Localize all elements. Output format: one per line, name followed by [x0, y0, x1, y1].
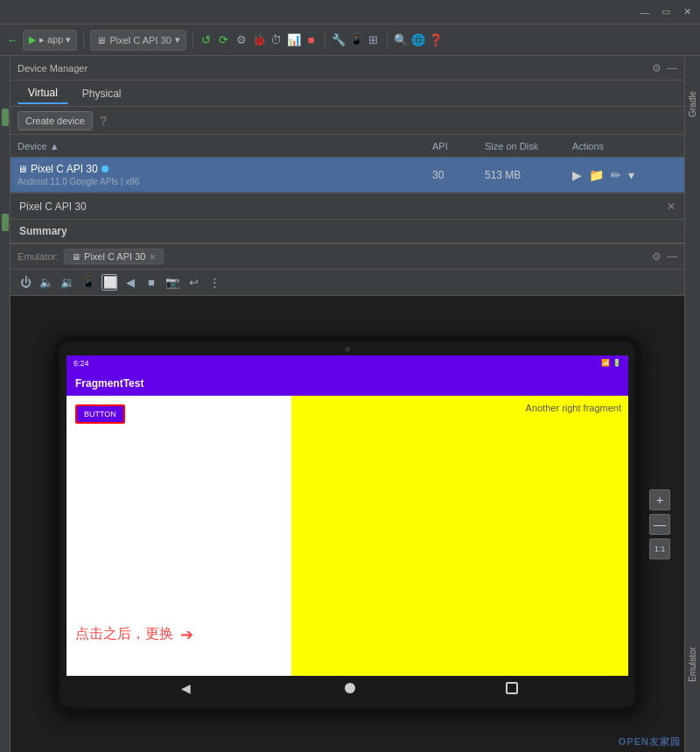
gradle-tab-label[interactable]: Gradle — [688, 91, 697, 117]
emulator-tab-label: Pixel C API 30 — [84, 251, 145, 262]
separator — [83, 32, 84, 49]
undo-icon[interactable]: ↩ — [186, 276, 201, 289]
main-layout: Device Manager ⚙ — Virtual Physical Crea… — [0, 56, 700, 752]
create-device-button[interactable]: Create device — [18, 111, 93, 130]
folder-action-icon[interactable]: 📁 — [589, 168, 604, 182]
table-row[interactable]: 🖥 Pixel C API 30 Android 11.0 Google API… — [10, 158, 684, 193]
tablet-screen: 6:24 📶 🔋 FragmentTest — [66, 355, 628, 679]
volume-down-icon[interactable]: 🔈 — [38, 276, 54, 289]
minimize-panel-icon[interactable]: — — [667, 62, 677, 74]
app-title: FragmentTest — [75, 377, 144, 390]
device-tablet-icon: 🖥 — [18, 164, 27, 174]
wifi-icon: 📶 — [601, 359, 610, 367]
deploy-icon[interactable]: 🔧 — [332, 33, 346, 47]
table-header: Device ▲ API Size on Disk Actions — [10, 135, 684, 158]
col-header-device: Device ▲ — [18, 141, 432, 151]
camera-icon[interactable]: 📷 — [164, 276, 180, 289]
device-name: 🖥 Pixel C API 30 — [18, 163, 432, 175]
stop-icon[interactable]: ■ — [304, 33, 318, 47]
col-header-size: Size on Disk — [485, 141, 572, 151]
status-icons: 📶 🔋 — [601, 359, 621, 367]
emulator-bar: Emulator: 🖥 Pixel C API 30 ✕ ⚙ — — [10, 243, 684, 270]
separator-2 — [192, 32, 193, 49]
detail-panel: Pixel C API 30 ✕ Summary — [10, 193, 684, 243]
main-toolbar: ← ▶ ▸ app ▾ 🖥 Pixel C API 30 ▾ ↺ ⟳ ⚙ 🐞 ⏱… — [0, 25, 700, 56]
device2-icon[interactable]: 📱 — [349, 33, 363, 47]
title-bar: — ▭ ✕ — [0, 0, 700, 25]
sync-icon[interactable]: ↺ — [200, 33, 214, 47]
tabs-bar: Virtual Physical — [10, 81, 684, 107]
close-button[interactable]: ✕ — [681, 6, 693, 18]
watermark: OPEN友家园 — [619, 735, 681, 748]
zoom-ratio-button[interactable]: 1:1 — [649, 538, 670, 559]
app-dropdown[interactable]: ▶ ▸ app ▾ — [23, 30, 77, 51]
arrow-right-icon: ➔ — [180, 625, 193, 644]
left-fragment: BUTTON 点击之后，更换 ➔ — [66, 396, 291, 679]
volume-up-icon[interactable]: 🔉 — [60, 276, 75, 289]
emulator-tab-label[interactable]: Emulator — [688, 647, 697, 682]
minimize-button[interactable]: — — [639, 6, 651, 18]
chevron-down-icon: ▾ — [175, 34, 180, 46]
back-arrow-icon[interactable]: ← — [5, 33, 19, 47]
android-app-toolbar: FragmentTest — [66, 371, 628, 396]
summary-label: Summary — [10, 220, 684, 243]
detail-header: Pixel C API 30 ✕ — [10, 193, 684, 220]
power-icon[interactable]: ⏻ — [18, 276, 33, 289]
play-action-icon[interactable]: ▶ — [572, 168, 582, 182]
update-icon[interactable]: 🌐 — [411, 33, 425, 47]
sort-icon: ▲ — [50, 141, 60, 151]
separator-4 — [387, 32, 388, 49]
emulator-label: Emulator: — [18, 251, 59, 262]
help-icon[interactable]: ❓ — [429, 33, 443, 47]
stop-ctrl-icon[interactable]: ■ — [144, 276, 159, 289]
build-icon[interactable]: ⚙ — [234, 33, 248, 47]
indicator-1 — [2, 109, 9, 126]
edit-action-icon[interactable]: ✏ — [611, 168, 621, 182]
coverage-icon[interactable]: 📊 — [287, 33, 301, 47]
emulator-minimize-icon[interactable]: — — [667, 250, 677, 263]
size-cell: 513 MB — [485, 169, 572, 181]
profile-icon[interactable]: ⏱ — [270, 33, 284, 47]
nav-home-btn[interactable] — [345, 683, 355, 693]
android-status-bar: 6:24 📶 🔋 — [66, 355, 628, 371]
screenshot-icon[interactable]: ⬜ — [102, 274, 117, 291]
emulator-tab-close-icon[interactable]: ✕ — [149, 252, 156, 262]
nav-recents-btn[interactable] — [506, 682, 518, 694]
zoom-out-button[interactable]: — — [649, 514, 670, 535]
settings-icon[interactable]: ⚙ — [652, 62, 662, 74]
fragment-button[interactable]: BUTTON — [75, 404, 125, 424]
more-options-icon[interactable]: ⋮ — [206, 276, 222, 289]
more-action-icon[interactable]: ▾ — [628, 168, 634, 182]
emulator-settings-icon[interactable]: ⚙ — [652, 250, 662, 263]
device-manager-panel: Device Manager ⚙ — Virtual Physical Crea… — [10, 56, 684, 752]
emulator-screen-container: 6:24 📶 🔋 FragmentTest — [10, 296, 684, 752]
zoom-controls: + — 1:1 — [649, 489, 670, 559]
emulator-tab[interactable]: 🖥 Pixel C API 30 ✕ — [64, 249, 164, 264]
tablet-frame: 6:24 📶 🔋 FragmentTest — [54, 336, 640, 713]
search-icon[interactable]: 🔍 — [394, 33, 408, 47]
rotate-icon[interactable]: 📱 — [80, 276, 96, 289]
help-device-icon[interactable]: ? — [100, 114, 107, 128]
device-toolbar: Create device ? — [10, 107, 684, 135]
battery-icon: 🔋 — [612, 359, 621, 367]
col-header-api: API — [432, 141, 485, 151]
mirror-icon[interactable]: ⊞ — [367, 33, 381, 47]
device-dropdown[interactable]: 🖥 Pixel C API 30 ▾ — [90, 30, 186, 51]
api-cell: 30 — [432, 169, 485, 181]
tab-physical[interactable]: Physical — [72, 84, 132, 103]
nav-back-btn[interactable]: ◀ — [177, 679, 194, 697]
right-sidebar: Gradle Emulator — [684, 56, 700, 752]
chinese-text-label: 点击之后，更换 ➔ — [75, 625, 193, 644]
status-time: 6:24 — [74, 359, 89, 368]
device-manager-header: Device Manager ⚙ — — [10, 56, 684, 81]
zoom-in-button[interactable]: + — [649, 489, 670, 510]
right-fragment-text: Another right fragment — [526, 403, 621, 413]
tab-virtual[interactable]: Virtual — [18, 83, 68, 104]
back-ctrl-icon[interactable]: ◀ — [122, 276, 138, 289]
device-cell: 🖥 Pixel C API 30 Android 11.0 Google API… — [18, 163, 432, 186]
left-sidebar — [0, 56, 10, 752]
detail-close-button[interactable]: ✕ — [667, 200, 676, 213]
sync2-icon[interactable]: ⟳ — [217, 33, 231, 47]
maximize-button[interactable]: ▭ — [660, 6, 672, 18]
debug-icon[interactable]: 🐞 — [252, 33, 266, 47]
